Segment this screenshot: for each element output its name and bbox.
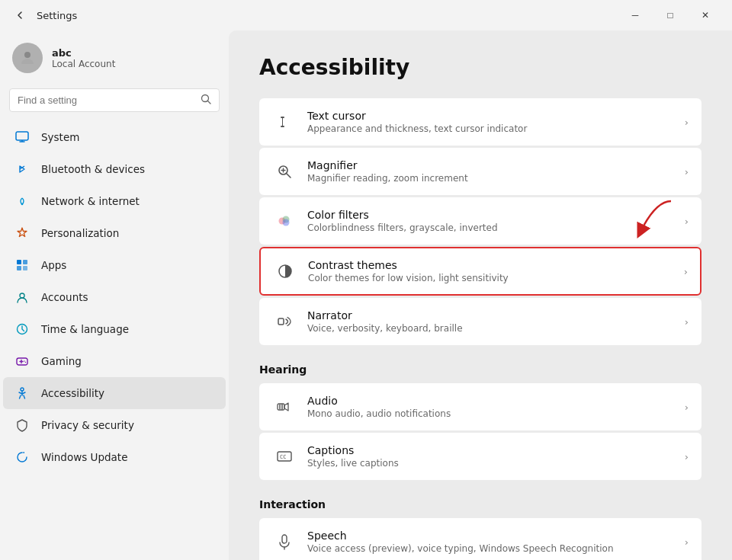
sidebar: abc Local Account System [0, 30, 229, 560]
contrast-icon [273, 259, 297, 283]
audio-item[interactable]: Audio Mono audio, audio notifications › [259, 383, 702, 430]
sidebar-item-system-label: System [41, 131, 79, 143]
svg-rect-9 [17, 266, 21, 270]
color-filters-title: Color filters [307, 209, 674, 221]
magnifier-text: Magnifier Magnifier reading, zoom increm… [307, 159, 674, 184]
time-icon [14, 321, 30, 338]
narrator-item[interactable]: Narrator Voice, verbosity, keyboard, bra… [259, 298, 702, 345]
contrast-themes-chevron: › [684, 266, 688, 277]
sidebar-item-system[interactable]: System [3, 121, 226, 153]
speech-item[interactable]: Speech Voice access (preview), voice typ… [259, 518, 702, 560]
user-info: abc Local Account [52, 47, 115, 69]
maximize-button[interactable]: □ [653, 3, 688, 27]
speech-text: Speech Voice access (preview), voice typ… [307, 530, 674, 554]
sidebar-item-privacy-label: Privacy & security [41, 419, 134, 431]
back-button[interactable] [9, 5, 30, 26]
close-button[interactable]: ✕ [688, 3, 723, 27]
audio-chevron: › [685, 402, 689, 413]
text-cursor-chevron: › [685, 117, 689, 128]
contrast-themes-title: Contrast themes [308, 259, 673, 271]
sidebar-item-gaming[interactable]: Gaming [3, 345, 226, 377]
speech-chevron: › [685, 536, 689, 548]
speech-icon [272, 530, 297, 554]
interaction-group: Interaction Speech Voice access (preview… [259, 498, 702, 560]
narrator-title: Narrator [307, 309, 674, 322]
window-controls: ─ □ ✕ [618, 3, 723, 27]
minimize-button[interactable]: ─ [618, 3, 653, 27]
sidebar-item-bluetooth[interactable]: Bluetooth & devices [3, 153, 226, 185]
captions-text: Captions Styles, live captions [307, 444, 674, 469]
svg-rect-3 [16, 132, 28, 140]
narrator-desc: Voice, verbosity, keyboard, braille [307, 323, 674, 334]
magnifier-item[interactable]: Magnifier Magnifier reading, zoom increm… [259, 148, 702, 195]
color-filters-item[interactable]: Color filters Colorblindness filters, gr… [259, 197, 702, 245]
sidebar-item-accounts[interactable]: Accounts [3, 281, 226, 313]
magnifier-chevron: › [685, 166, 689, 178]
svg-point-11 [20, 293, 24, 298]
page-title: Accessibility [259, 55, 702, 80]
gaming-icon [14, 353, 30, 370]
sidebar-item-accessibility[interactable]: Accessibility [3, 377, 226, 409]
sidebar-item-apps[interactable]: Apps [3, 249, 226, 281]
magnifier-title: Magnifier [307, 159, 674, 171]
sidebar-item-privacy[interactable]: Privacy & security [3, 409, 226, 441]
svg-point-17 [25, 362, 26, 363]
magnifier-desc: Magnifier reading, zoom increment [307, 173, 674, 184]
accessibility-icon [14, 385, 30, 402]
svg-rect-7 [17, 260, 21, 264]
captions-item[interactable]: CC Captions Styles, live captions › [259, 433, 702, 480]
sidebar-item-personalization[interactable]: Personalization [3, 217, 226, 249]
search-box[interactable] [9, 88, 220, 112]
captions-desc: Styles, live captions [307, 458, 674, 469]
svg-rect-32 [282, 535, 287, 543]
color-filters-text: Color filters Colorblindness filters, gr… [307, 209, 674, 233]
svg-line-21 [287, 174, 291, 178]
color-filters-icon [272, 209, 297, 233]
contrast-themes-item[interactable]: Contrast themes Color themes for low vis… [259, 247, 702, 296]
contrast-themes-text: Contrast themes Color themes for low vis… [308, 259, 673, 283]
search-input[interactable] [18, 94, 194, 106]
search-icon [201, 94, 211, 107]
text-cursor-desc: Appearance and thickness, text cursor in… [307, 123, 674, 134]
app-body: abc Local Account System [0, 30, 732, 560]
update-icon [14, 449, 30, 466]
narrator-chevron: › [685, 316, 689, 328]
titlebar: Settings ─ □ ✕ [0, 0, 732, 30]
bluetooth-icon [14, 161, 30, 178]
captions-icon: CC [272, 444, 297, 469]
sidebar-item-time-label: Time & language [41, 323, 129, 335]
user-section: abc Local Account [0, 30, 229, 85]
svg-rect-28 [278, 318, 284, 325]
sidebar-item-accessibility-label: Accessibility [41, 387, 104, 399]
text-cursor-title: Text cursor [307, 110, 674, 122]
svg-text:CC: CC [280, 454, 286, 460]
privacy-icon [14, 417, 30, 434]
captions-title: Captions [307, 444, 674, 456]
hearing-heading: Hearing [259, 363, 702, 376]
svg-point-6 [21, 203, 24, 206]
avatar [12, 43, 43, 73]
sidebar-item-time[interactable]: Time & language [3, 313, 226, 345]
svg-line-2 [208, 101, 211, 104]
sidebar-item-network[interactable]: Network & internet [3, 185, 226, 217]
svg-rect-8 [23, 260, 27, 264]
sidebar-item-accounts-label: Accounts [41, 291, 88, 303]
narrator-icon [272, 309, 297, 334]
svg-rect-10 [23, 266, 27, 270]
speech-desc: Voice access (preview), voice typing, Wi… [307, 543, 674, 554]
text-cursor-item[interactable]: Text cursor Appearance and thickness, te… [259, 98, 702, 146]
app-title: Settings [37, 10, 77, 21]
contrast-themes-desc: Color themes for low vision, light sensi… [308, 273, 673, 283]
text-cursor-text: Text cursor Appearance and thickness, te… [307, 110, 674, 134]
sidebar-item-bluetooth-label: Bluetooth & devices [41, 163, 145, 175]
magnifier-icon [272, 159, 297, 184]
interaction-heading: Interaction [259, 498, 702, 510]
captions-chevron: › [685, 451, 689, 462]
narrator-text: Narrator Voice, verbosity, keyboard, bra… [307, 309, 674, 334]
username: abc [52, 47, 115, 59]
svg-point-16 [24, 360, 24, 361]
sidebar-item-update[interactable]: Windows Update [3, 441, 226, 473]
speech-title: Speech [307, 530, 674, 542]
accounts-icon [14, 289, 30, 306]
hearing-group: Hearing Audio Mono audio, audio notifica… [259, 363, 702, 480]
